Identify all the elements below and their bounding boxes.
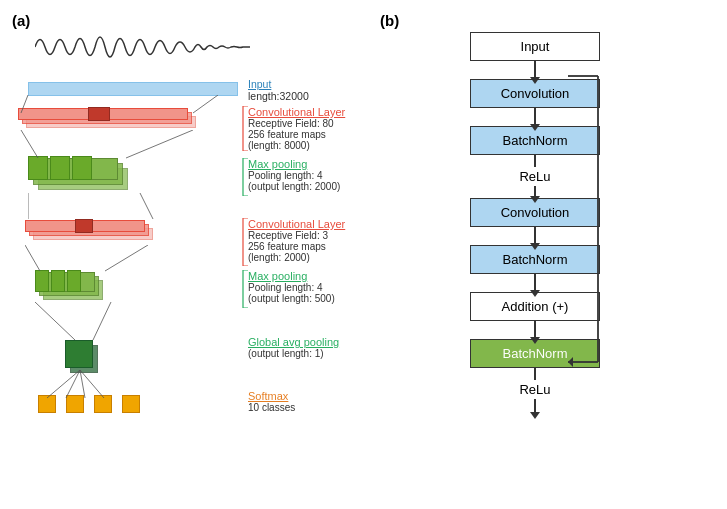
connect-conv1-pool1 [18, 130, 218, 160]
panel-a-label: (a) [12, 12, 30, 29]
bracket-conv2 [240, 218, 250, 266]
softmax-label: Softmax 10 classes [248, 390, 295, 413]
waveform-display [35, 22, 250, 72]
connect-input-conv1 [18, 95, 218, 115]
svg-line-9 [93, 302, 111, 340]
svg-line-0 [21, 95, 28, 113]
svg-marker-17 [568, 357, 573, 367]
svg-line-2 [21, 130, 38, 158]
svg-line-12 [80, 370, 85, 398]
connect-pool1-conv2 [28, 193, 188, 221]
connect-conv2-pool2 [25, 245, 165, 273]
input-layer [28, 82, 238, 96]
conv2-label: Convolutional Layer Receptive Field: 325… [248, 218, 345, 263]
panel-b-label: (b) [380, 12, 399, 29]
pool1-label: Max pooling Pooling length: 4(output len… [248, 158, 340, 192]
connect-pool2-global [35, 302, 135, 342]
flow-node-input: Input [470, 32, 600, 61]
global-label: Global avg pooling (output length: 1) [248, 336, 339, 359]
svg-line-5 [140, 193, 153, 219]
connect-global-softmax [38, 370, 148, 400]
svg-line-11 [66, 370, 80, 398]
skip-connection [568, 62, 623, 402]
conv1-label: Convolutional Layer Receptive Field: 802… [248, 106, 345, 151]
svg-line-1 [193, 95, 218, 113]
bracket-pool1 [240, 158, 250, 196]
svg-line-10 [47, 370, 80, 398]
svg-line-3 [126, 130, 193, 158]
pool2-label: Max pooling Pooling length: 4(output len… [248, 270, 335, 304]
svg-line-7 [105, 245, 148, 271]
bracket-pool2 [240, 270, 250, 308]
svg-line-6 [25, 245, 40, 271]
svg-line-8 [35, 302, 75, 340]
svg-line-13 [80, 370, 104, 398]
bracket-conv1 [240, 106, 250, 151]
input-label: Input length:32000 [248, 78, 309, 102]
